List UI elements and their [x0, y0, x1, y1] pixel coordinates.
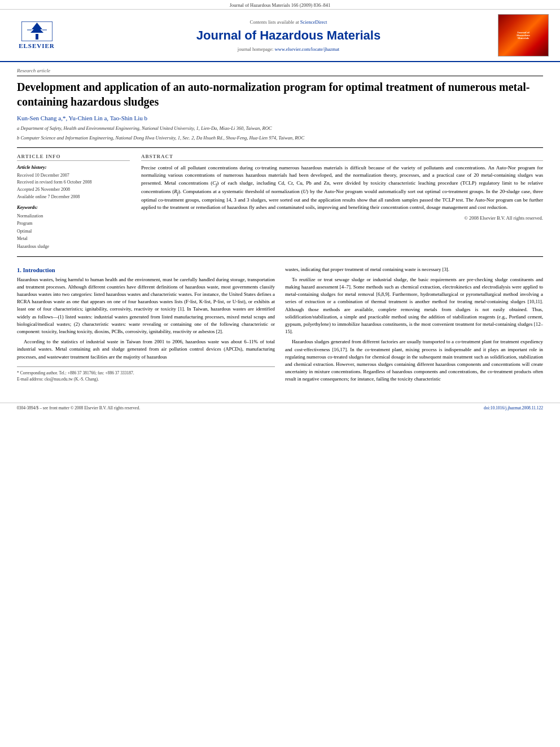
footnote-area: * Corresponding author. Tel.: +886 37 38…	[17, 366, 275, 383]
section1-title: 1. Introduction	[17, 267, 275, 273]
cover-text: Journal ofHazardousMaterials	[517, 31, 530, 40]
section1-text: Hazardous wastes, being harmful to human…	[17, 276, 275, 361]
journal-header: ELSEVIER Contents lists available at Sci…	[0, 10, 560, 62]
contents-line: Contents lists available at ScienceDirec…	[79, 19, 498, 25]
main-content: Research article Development and applica…	[0, 62, 560, 397]
article-type: Research article	[17, 68, 543, 76]
abstract-col: ABSTRACT Precise control of all pollutan…	[141, 154, 543, 251]
corresponding-note: * Corresponding author. Tel.: +886 37 38…	[17, 370, 275, 376]
article-info-abstract: ARTICLE INFO Article history: Received 1…	[17, 154, 543, 251]
journal-citation: Journal of Hazardous Materials 166 (2009…	[230, 2, 330, 8]
copyright: © 2008 Elsevier B.V. All rights reserved…	[141, 215, 543, 221]
homepage-url[interactable]: www.elsevier.com/locate/jhazmat	[274, 46, 339, 52]
abstract-text: Precise control of all pollutant concent…	[141, 164, 543, 212]
body-right-col: wastes, indicating that proper treatment…	[285, 266, 543, 386]
journal-homepage: journal homepage: www.elsevier.com/locat…	[79, 46, 498, 52]
publisher-logo-area: ELSEVIER	[11, 21, 79, 50]
email-note: E-mail address: cks@nuu.edu.tw (K.-S. Ch…	[17, 376, 275, 382]
doi-link[interactable]: doi:10.1016/j.jhazmat.2008.11.122	[484, 405, 543, 410]
body-left-col: 1. Introduction Hazardous wastes, being …	[17, 266, 275, 386]
article-history-heading: Article history:	[17, 164, 130, 170]
journal-main-title: Journal of Hazardous Materials	[79, 28, 498, 43]
keyword-2: Program	[17, 220, 130, 228]
svg-rect-1	[36, 34, 38, 40]
keywords-list: Normalization Program Optimal Metal Haza…	[17, 212, 130, 251]
keywords-heading: Keywords:	[17, 204, 130, 210]
keyword-1: Normalization	[17, 212, 130, 220]
cover-placeholder: Journal ofHazardousMaterials	[498, 15, 548, 56]
section1-text-right: wastes, indicating that proper treatment…	[285, 266, 543, 383]
abstract-heading: ABSTRACT	[141, 154, 543, 161]
elsevier-tree-icon	[21, 21, 53, 41]
keyword-5: Hazardous sludge	[17, 243, 130, 251]
article-info-col: ARTICLE INFO Article history: Received 1…	[17, 154, 130, 251]
affiliation-a: a Department of Safety, Health and Envir…	[17, 125, 543, 132]
affiliation-b: b Computer Science and Information Engin…	[17, 134, 543, 142]
article-info-heading: ARTICLE INFO	[17, 154, 130, 161]
bottom-bar: 0304-3894/$ – see front matter © 2008 El…	[0, 403, 560, 413]
authors: Kun-Sen Chang a,*, Yu-Chien Lin a, Tao-S…	[17, 115, 543, 121]
elsevier-logo: ELSEVIER	[11, 21, 62, 50]
journal-title-area: Contents lists available at ScienceDirec…	[79, 19, 498, 52]
divider-2	[17, 256, 543, 257]
citation-bar: Journal of Hazardous Materials 166 (2009…	[0, 0, 560, 10]
elsevier-label: ELSEVIER	[19, 42, 55, 49]
divider-1	[17, 147, 543, 148]
doi-info: doi:10.1016/j.jhazmat.2008.11.122	[484, 405, 543, 410]
received-date: Received 10 December 2007 Received in re…	[17, 172, 130, 201]
body-two-col: 1. Introduction Hazardous wastes, being …	[17, 266, 543, 386]
sciencedirect-link[interactable]: ScienceDirect	[300, 19, 327, 25]
keyword-3: Optimal	[17, 228, 130, 235]
cover-image: Journal ofHazardousMaterials	[498, 14, 549, 56]
issn-info: 0304-3894/$ – see front matter © 2008 El…	[17, 405, 140, 410]
keyword-4: Metal	[17, 235, 130, 243]
article-title: Development and application of an auto-n…	[17, 80, 543, 109]
